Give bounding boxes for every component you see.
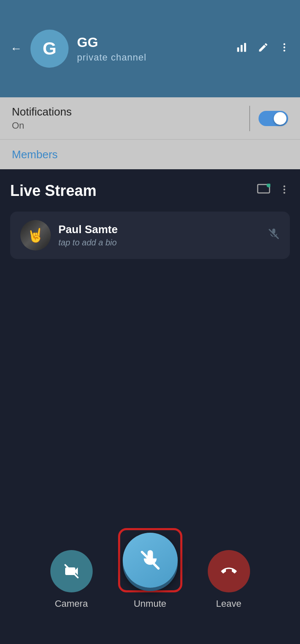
svg-point-8 — [283, 185, 285, 187]
unmute-highlight-border — [118, 528, 182, 592]
live-stream-header: Live Stream — [10, 182, 290, 200]
channel-name: GG — [77, 35, 236, 50]
edit-icon[interactable] — [258, 42, 269, 56]
unmute-control: Unmute — [118, 528, 182, 609]
participant-avatar: 🤘 — [20, 220, 51, 250]
notifications-status: On — [12, 120, 241, 131]
channel-type: private channel — [77, 52, 236, 63]
screen-share-icon[interactable] — [257, 184, 270, 198]
notifications-toggle[interactable] — [259, 111, 288, 126]
more-icon[interactable] — [279, 42, 290, 56]
svg-rect-2 — [244, 43, 246, 52]
channel-info: GG private channel — [77, 35, 236, 63]
participant-info: Paul Samte tap to add a bio — [58, 223, 260, 248]
leave-label: Leave — [216, 598, 242, 609]
participant-name: Paul Samte — [58, 223, 260, 236]
svg-point-3 — [283, 43, 285, 45]
back-button[interactable]: ← — [10, 43, 22, 55]
more-options-icon[interactable] — [279, 184, 290, 198]
svg-point-7 — [267, 184, 270, 187]
svg-rect-0 — [237, 47, 239, 52]
notifications-label: Notifications — [12, 105, 241, 118]
svg-rect-1 — [241, 45, 243, 52]
camera-label: Camera — [55, 598, 88, 609]
participant-bio: tap to add a bio — [58, 238, 260, 248]
participant-card[interactable]: 🤘 Paul Samte tap to add a bio — [10, 212, 290, 259]
top-header: ← G GG private channel — [0, 0, 300, 97]
notifications-text: Notifications On — [12, 105, 241, 131]
bottom-controls: Camera Unmute — [0, 528, 300, 609]
live-stream-panel: Live Stream 🤘 Paul Samte tap to add a bi… — [0, 169, 300, 635]
leave-button[interactable] — [208, 550, 250, 592]
svg-point-9 — [283, 188, 285, 190]
svg-point-4 — [283, 46, 285, 48]
header-icons — [236, 41, 290, 56]
unmute-label: Unmute — [134, 598, 166, 609]
leave-control: Leave — [208, 550, 250, 609]
camera-button[interactable] — [50, 550, 93, 592]
notifications-divider — [249, 106, 250, 131]
svg-point-10 — [283, 192, 285, 193]
unmute-button[interactable] — [123, 533, 178, 588]
live-stream-title: Live Stream — [10, 182, 96, 200]
members-row: Members — [0, 140, 300, 169]
avatar-image: 🤘 — [20, 220, 51, 250]
poll-icon[interactable] — [236, 41, 248, 56]
ls-header-icons — [257, 184, 290, 198]
channel-avatar: G — [30, 30, 69, 68]
svg-point-5 — [283, 50, 285, 51]
camera-control: Camera — [50, 550, 93, 609]
members-label[interactable]: Members — [12, 148, 58, 161]
notifications-bar: Notifications On — [0, 97, 300, 140]
participant-mic-off-icon — [268, 228, 280, 243]
